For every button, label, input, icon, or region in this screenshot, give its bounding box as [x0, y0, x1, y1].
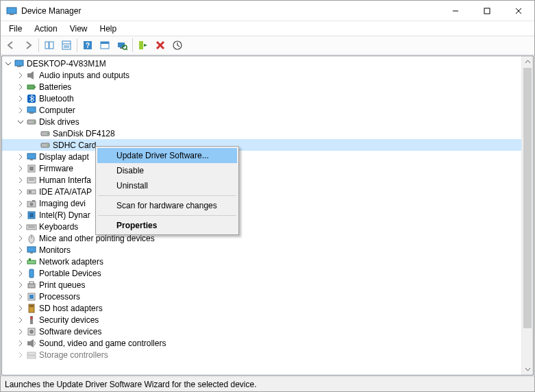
expander-icon[interactable] [16, 175, 25, 185]
expander-icon[interactable] [16, 71, 25, 80]
svg-rect-26 [27, 73, 30, 77]
svg-rect-8 [62, 41, 71, 49]
expander-icon[interactable] [16, 304, 25, 313]
svg-rect-49 [32, 200, 35, 201]
expander-icon[interactable] [16, 257, 25, 267]
tree-category[interactable]: Monitors [2, 244, 521, 256]
tree-category[interactable]: Intel(R) Dynar [2, 209, 521, 221]
tree-category[interactable]: Software devices [2, 326, 521, 337]
tree-category[interactable]: IDE ATA/ATAP [2, 186, 521, 197]
app-icon [6, 5, 17, 16]
svg-rect-1 [10, 14, 14, 15]
expander-icon[interactable] [16, 199, 25, 208]
expander-icon[interactable] [16, 234, 25, 243]
computer-icon [26, 105, 37, 116]
svg-rect-57 [27, 247, 36, 252]
disk-icon [40, 140, 51, 151]
menu-view[interactable]: View [64, 23, 93, 34]
update-driver-button[interactable] [169, 37, 186, 53]
expander-icon[interactable] [16, 292, 25, 302]
scroll-up-button[interactable] [522, 56, 533, 68]
expander-icon[interactable] [16, 350, 25, 360]
expander-icon[interactable] [16, 94, 25, 103]
expander-icon[interactable] [16, 210, 25, 220]
ctx-scan[interactable]: Scan for hardware changes [97, 198, 237, 213]
tree-category[interactable]: Human Interfa [2, 174, 521, 186]
tree-item-label: Imaging devi [39, 199, 86, 208]
ctx-properties[interactable]: Properties [97, 218, 237, 233]
scroll-track[interactable] [522, 328, 533, 363]
device-tree[interactable]: DESKTOP-4V83M1M Audio inputs and outputs… [2, 56, 521, 375]
tree-category[interactable]: Sound, video and game controllers [2, 337, 521, 349]
svg-rect-65 [29, 295, 34, 299]
expander-icon[interactable] [16, 222, 25, 232]
expander-icon[interactable] [16, 269, 25, 278]
svg-rect-7 [49, 42, 53, 49]
tree-item-label: Software devices [39, 327, 101, 336]
tree-category[interactable]: Print queues [2, 279, 521, 291]
security-icon [26, 315, 37, 326]
tree-device[interactable]: SDHC Card [2, 139, 521, 151]
scroll-down-button[interactable] [522, 363, 533, 375]
expander-icon[interactable] [3, 59, 13, 69]
forward-button[interactable] [20, 37, 36, 53]
menu-file[interactable]: File [3, 23, 27, 34]
menu-help[interactable]: Help [95, 23, 123, 34]
tree-category[interactable]: Computer [2, 104, 521, 116]
tree-category[interactable]: SD host adapters [2, 302, 521, 314]
show-hide-tree-button[interactable] [41, 37, 58, 53]
ctx-update-driver[interactable]: Update Driver Software... [97, 148, 237, 163]
expander-icon[interactable] [16, 82, 25, 92]
tree-category[interactable]: Audio inputs and outputs [2, 69, 521, 81]
enable-button[interactable] [135, 37, 151, 53]
tree-category[interactable]: Bluetooth [2, 93, 521, 104]
keyboard-icon [26, 221, 37, 232]
mouse-icon [26, 233, 37, 244]
scroll-thumb[interactable] [523, 68, 532, 328]
maximize-button[interactable] [471, 1, 503, 21]
tree-category[interactable]: Portable Devices [2, 267, 521, 279]
scan-hardware-button[interactable] [114, 37, 130, 53]
back-button[interactable] [3, 37, 19, 53]
close-button[interactable] [503, 1, 534, 21]
tree-category[interactable]: Disk drives [2, 116, 521, 127]
tree-category[interactable]: Batteries [2, 81, 521, 93]
tree-category[interactable]: Network adapters [2, 256, 521, 267]
expander-icon[interactable] [16, 152, 25, 162]
chip-icon [26, 163, 37, 174]
monitor-icon [26, 245, 37, 256]
tree-category[interactable]: Security devices [2, 314, 521, 326]
tree-category[interactable]: Firmware [2, 162, 521, 174]
expander-icon[interactable] [16, 117, 25, 127]
tree-category[interactable]: Processors [2, 291, 521, 302]
tree-root[interactable]: DESKTOP-4V83M1M [2, 58, 521, 69]
expander-icon[interactable] [16, 327, 25, 336]
expander-icon[interactable] [16, 187, 25, 197]
tree-category[interactable]: Storage controllers [2, 349, 521, 360]
expander-icon[interactable] [16, 339, 25, 348]
properties-button[interactable] [58, 37, 75, 53]
expander-icon[interactable] [16, 245, 25, 255]
expander-icon[interactable] [16, 106, 25, 115]
tree-category[interactable]: Keyboards [2, 221, 521, 232]
tree-category[interactable]: Mice and other pointing devices [2, 232, 521, 244]
ctx-uninstall[interactable]: Uninstall [97, 178, 237, 193]
expander-icon[interactable] [16, 315, 25, 325]
minimize-button[interactable] [440, 1, 471, 21]
tree-item-label: Storage controllers [39, 350, 108, 360]
ctx-disable[interactable]: Disable [97, 163, 237, 178]
tree-category[interactable]: Display adapt [2, 151, 521, 162]
expander-icon[interactable] [16, 164, 25, 173]
action-button[interactable] [97, 37, 113, 53]
tree-item-label: SanDisk DF4128 [53, 129, 115, 138]
uninstall-button[interactable] [152, 37, 169, 53]
menu-action[interactable]: Action [29, 23, 62, 34]
expander-icon[interactable] [16, 280, 25, 290]
vertical-scrollbar[interactable] [521, 56, 533, 375]
device-manager-window: Device Manager File Action View Help ? [0, 0, 535, 392]
tree-device[interactable]: SanDisk DF4128 [2, 127, 521, 139]
svg-point-46 [29, 191, 32, 193]
toolbar-separator [77, 38, 77, 52]
help-button[interactable]: ? [79, 37, 96, 53]
tree-category[interactable]: Imaging devi [2, 197, 521, 209]
